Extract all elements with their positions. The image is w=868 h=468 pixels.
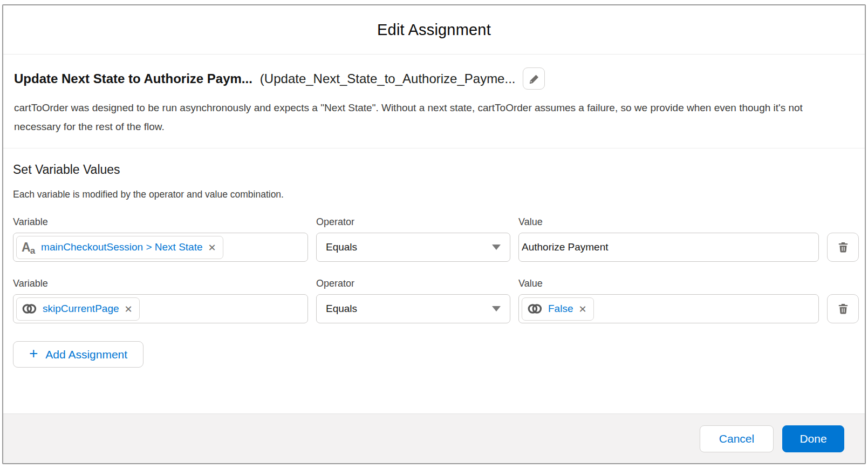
variable-pill[interactable]: skipCurrentPage ✕ [16, 297, 140, 321]
trash-icon [837, 302, 850, 315]
assignment-name: Update Next State to Authorize Paym... [14, 71, 252, 86]
boolean-toggle-icon [22, 302, 37, 315]
remove-pill-icon[interactable]: ✕ [208, 242, 216, 253]
edit-name-button[interactable] [523, 67, 545, 90]
remove-pill-icon[interactable]: ✕ [125, 304, 133, 314]
pencil-icon [528, 73, 540, 85]
text-type-icon: Aa [22, 241, 36, 254]
operator-value: Equals [326, 241, 357, 253]
value-pill-label: False [548, 303, 573, 315]
variable-combobox-1[interactable]: Aa mainCheckoutSession > Next State ✕ [13, 233, 308, 262]
trash-icon [837, 241, 850, 254]
edit-assignment-dialog: Edit Assignment Update Next State to Aut… [2, 4, 866, 464]
value-input-1[interactable] [518, 233, 819, 262]
cancel-button[interactable]: Cancel [700, 425, 774, 452]
variable-pill-label: skipCurrentPage [43, 303, 119, 315]
dialog-titlebar: Edit Assignment [3, 5, 865, 55]
value-label: Value [518, 216, 819, 228]
variable-pill[interactable]: Aa mainCheckoutSession > Next State ✕ [16, 236, 223, 259]
done-button[interactable]: Done [782, 425, 844, 452]
operator-label: Operator [316, 278, 510, 289]
operator-select-2[interactable]: Equals [316, 294, 510, 323]
chevron-down-icon [492, 245, 501, 250]
assignment-row-2: Variable skipCurrentPage ✕ [13, 278, 855, 323]
boolean-toggle-icon [527, 302, 543, 315]
assignment-api-name: (Update_Next_State_to_Authorize_Payme... [260, 71, 516, 86]
operator-select-1[interactable]: Equals [316, 233, 510, 262]
add-assignment-button[interactable]: + Add Assignment [13, 341, 143, 368]
section-heading: Set Variable Values [13, 162, 855, 177]
value-combobox-2[interactable]: False ✕ [518, 294, 819, 323]
variable-pill-label: mainCheckoutSession > Next State [41, 241, 202, 253]
delete-assignment-button-2[interactable] [827, 294, 859, 323]
variable-label: Variable [13, 216, 308, 228]
operator-label: Operator [316, 216, 510, 228]
delete-assignment-button-1[interactable] [827, 233, 859, 262]
chevron-down-icon [492, 306, 501, 311]
add-assignment-label: Add Assignment [45, 348, 127, 361]
value-label: Value [518, 278, 819, 289]
value-pill[interactable]: False ✕ [522, 297, 594, 321]
operator-value: Equals [326, 303, 357, 315]
dialog-title: Edit Assignment [377, 21, 491, 39]
section-subheading: Each variable is modified by the operato… [13, 189, 855, 200]
dialog-footer: Cancel Done [3, 413, 865, 463]
set-variable-values-section: Set Variable Values Each variable is mod… [3, 148, 865, 413]
remove-pill-icon[interactable]: ✕ [578, 304, 586, 314]
assignment-header: Update Next State to Authorize Paym... (… [3, 55, 865, 148]
plus-icon: + [29, 346, 38, 361]
assignment-row-1: Variable Aa mainCheckoutSession > Next S… [13, 216, 855, 262]
variable-label: Variable [13, 278, 308, 289]
assignment-description: cartToOrder was designed to be run async… [14, 98, 848, 136]
variable-combobox-2[interactable]: skipCurrentPage ✕ [13, 294, 308, 323]
